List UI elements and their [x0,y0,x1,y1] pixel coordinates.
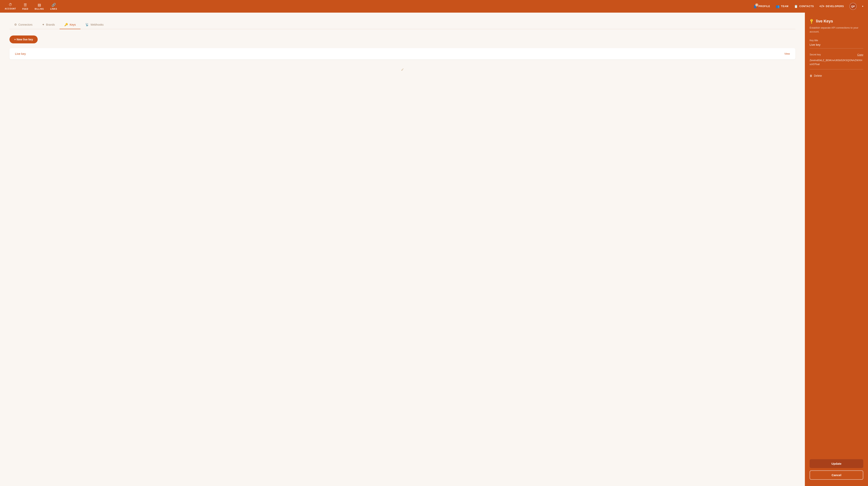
main-layout: ⚙ Connectors ✦ Brands 🔑 Keys 📡 Webhooks … [0,12,868,486]
panel-title: 🔑 live Keys [810,19,863,24]
key-card: Live key View [9,48,796,59]
user-avatar[interactable]: QP [849,3,857,10]
panel-subtitle: Establish separate API connections to yo… [810,26,863,34]
nav-feed[interactable]: ☰ FEED [22,3,28,10]
nav-links[interactable]: 🔗 LINKS [50,3,57,10]
tab-brands[interactable]: ✦ Brands [37,21,60,29]
nav-profile[interactable]: 👤 9 PROFILE [753,4,770,8]
profile-label: PROFILE [758,5,770,8]
copy-secret-key-button[interactable]: Copy [857,53,863,56]
contacts-icon: 📋 [794,4,798,8]
checkmark-icon: ✓ [401,67,404,72]
key-title-value: Live key [810,43,863,48]
nav-left: ⏱ ACCOUNT ☰ FEED ▤ BILLING 🔗 LINKS [5,3,57,10]
trash-icon: 🗑 [810,74,812,77]
new-key-button-label: + New live key [14,38,33,41]
panel-spacer [810,77,863,454]
keys-icon: 🔑 [64,23,68,26]
nav-developers[interactable]: </> DEVELOPERS [819,4,844,8]
links-label: LINKS [50,8,57,10]
right-panel: 🔑 live Keys Establish separate API conne… [805,12,868,486]
key-card-name: Live key [15,52,26,55]
developers-label: DEVELOPERS [826,5,844,8]
feed-label: FEED [22,8,28,10]
nav-right: 👤 9 PROFILE 👥 TEAM 📋 CONTACTS </> DEVELO… [753,3,863,10]
tab-connectors[interactable]: ⚙ Connectors [9,21,37,29]
secret-key-row: Secret key Copy [810,53,863,57]
brands-icon: ✦ [42,23,44,26]
nav-account[interactable]: ⏱ ACCOUNT [5,3,16,10]
team-label: TEAM [781,5,788,8]
avatar-chevron-icon[interactable]: ▾ [862,5,863,8]
panel-key-icon: 🔑 [809,18,815,24]
update-button[interactable]: Update [810,459,863,468]
view-key-button[interactable]: View [784,52,790,55]
nav-team[interactable]: 👥 TEAM [776,4,788,8]
nav-billing[interactable]: ▤ BILLING [35,3,44,10]
developers-icon: </> [819,4,825,8]
panel-actions: Update Cancel [810,459,863,480]
secret-key-label: Secret key [810,53,821,56]
links-icon: 🔗 [52,3,56,7]
connectors-icon: ⚙ [14,23,17,26]
account-label: ACCOUNT [5,8,16,10]
team-icon: 👥 [776,4,780,8]
billing-icon: ▤ [38,3,41,7]
cancel-button[interactable]: Cancel [810,471,863,480]
brands-tab-label: Brands [46,23,55,26]
delete-key-button[interactable]: 🗑 Delete [810,74,863,77]
delete-label: Delete [814,74,822,77]
feed-icon: ☰ [24,3,27,7]
tab-bar: ⚙ Connectors ✦ Brands 🔑 Keys 📡 Webhooks [9,21,796,29]
key-title-label: Key title [810,39,863,42]
connectors-tab-label: Connectors [18,23,33,26]
tab-keys[interactable]: 🔑 Keys [60,21,81,29]
account-icon: ⏱ [9,3,12,7]
profile-badge: 9 [755,3,758,6]
secret-key-value: ZevimdGkLZ_BDtKnvU8Sb52KSQONAZWXHuUOToal [810,58,863,69]
webhooks-tab-label: Webhooks [91,23,103,26]
panel-title-text: live Keys [816,19,833,24]
billing-label: BILLING [35,8,44,10]
top-navigation: ⏱ ACCOUNT ☰ FEED ▤ BILLING 🔗 LINKS 👤 9 P… [0,0,868,12]
content-area: ⚙ Connectors ✦ Brands 🔑 Keys 📡 Webhooks … [0,12,805,486]
nav-contacts[interactable]: 📋 CONTACTS [794,4,814,8]
webhooks-icon: 📡 [85,23,89,26]
contacts-label: CONTACTS [799,5,814,8]
new-live-key-button[interactable]: + New live key [9,35,38,43]
tab-webhooks[interactable]: 📡 Webhooks [81,21,108,29]
checkmark-area: ✓ [9,59,796,80]
keys-tab-label: Keys [70,23,76,26]
